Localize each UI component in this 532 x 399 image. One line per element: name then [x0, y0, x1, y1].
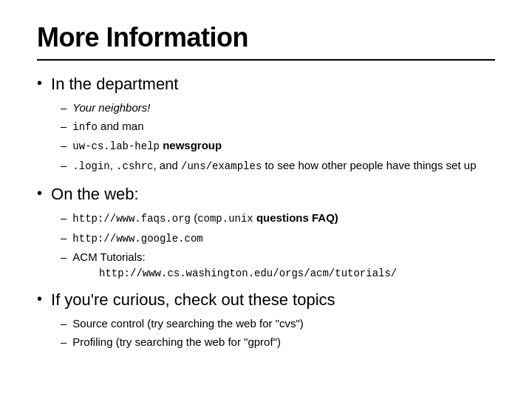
sub-text-google: http://www.google.com: [72, 230, 202, 247]
bullet-text-web: On the web:: [51, 184, 139, 205]
bullet-text-curious: If you're curious, check out these topic…: [51, 290, 335, 311]
slide: More Information • In the department – Y…: [0, 0, 532, 399]
sub-text-acm: ACM Tutorials:: [72, 249, 145, 265]
sub-dash: –: [61, 249, 66, 265]
sub-text-source-control: Source control (try searching the web fo…: [72, 316, 303, 331]
sub-dash: –: [61, 118, 66, 134]
sub-dash: –: [61, 316, 66, 331]
title-divider: [37, 59, 495, 61]
bullet-web: • On the web:: [37, 184, 495, 205]
sub-text-faqs: http://www.faqs.org (comp.unix questions…: [72, 210, 338, 227]
section-department: • In the department – Your neighbors! – …: [37, 74, 495, 174]
bullet-department: • In the department: [37, 74, 495, 95]
sub-text-profiling: Profiling (try searching the web for "gp…: [72, 334, 281, 349]
sub-dash: –: [61, 137, 66, 153]
list-item: – http://www.faqs.org (comp.unix questio…: [61, 210, 495, 227]
bullet-dot-1: •: [37, 75, 42, 92]
sub-text-neighbors: Your neighbors!: [72, 100, 150, 115]
section-curious: • If you're curious, check out these top…: [37, 290, 495, 349]
list-item: – Your neighbors!: [61, 100, 495, 115]
list-item: – http://www.google.com: [61, 230, 495, 247]
bullet-text-department: In the department: [51, 74, 178, 95]
sub-text-login: .login, .cshrc, and /uns/examples to see…: [72, 157, 476, 174]
sub-dash: –: [61, 100, 66, 115]
acm-url: http://www.cs.washington.edu/orgs/acm/tu…: [99, 267, 495, 279]
list-item: – uw-cs.lab-help newsgroup: [61, 137, 495, 154]
sub-dash: –: [61, 334, 66, 349]
sub-list-department: – Your neighbors! – info and man – uw-cs…: [61, 100, 495, 174]
sub-text-info: info and man: [72, 118, 143, 135]
list-item: – ACM Tutorials:: [61, 249, 495, 265]
sub-list-curious: – Source control (try searching the web …: [61, 316, 495, 349]
sub-list-web: – http://www.faqs.org (comp.unix questio…: [61, 210, 495, 279]
sub-dash: –: [61, 157, 66, 173]
sub-text-uwcs: uw-cs.lab-help newsgroup: [72, 137, 222, 154]
bullet-dot-2: •: [37, 185, 42, 202]
list-item: – info and man: [61, 118, 495, 135]
list-item: – Source control (try searching the web …: [61, 316, 495, 331]
sub-dash: –: [61, 230, 66, 245]
bullet-dot-3: •: [37, 290, 42, 307]
page-title: More Information: [37, 22, 495, 53]
bullet-curious: • If you're curious, check out these top…: [37, 290, 495, 311]
section-web: • On the web: – http://www.faqs.org (com…: [37, 184, 495, 279]
list-item: – Profiling (try searching the web for "…: [61, 334, 495, 349]
list-item: – .login, .cshrc, and /uns/examples to s…: [61, 157, 495, 174]
sub-dash: –: [61, 210, 66, 225]
